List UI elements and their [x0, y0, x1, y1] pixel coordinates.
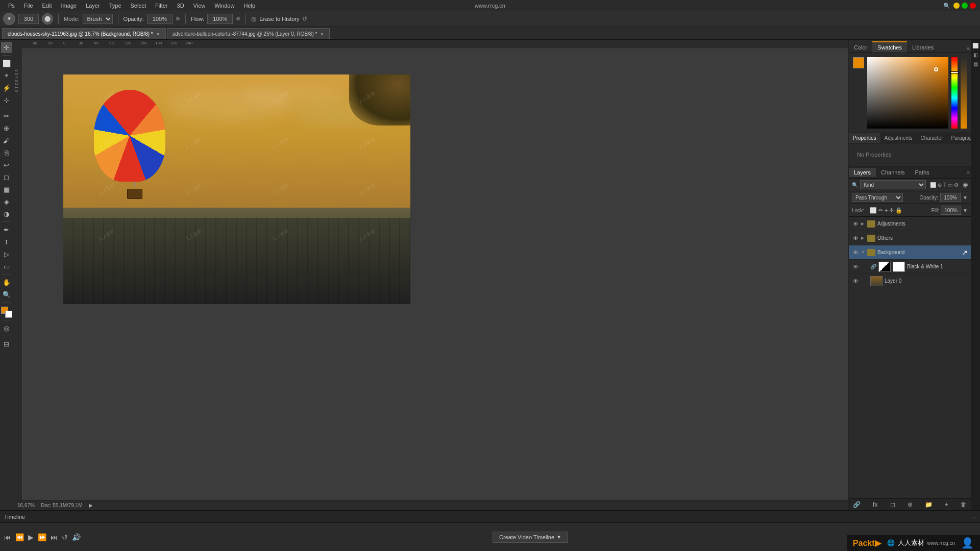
color-gradient-picker[interactable] — [867, 57, 948, 129]
tab1-close[interactable]: ✕ — [156, 32, 160, 37]
timeline-next-frame[interactable]: ⏩ — [38, 533, 46, 541]
color-boxes[interactable] — [1, 307, 12, 318]
visibility-icon-bw1[interactable]: 👁 — [852, 263, 859, 270]
tab-doc2[interactable]: adventure-balloon-colorful-87744.jpg @ 2… — [167, 28, 330, 39]
kind-select[interactable]: Kind — [860, 180, 926, 189]
menu-edit[interactable]: Edit — [38, 2, 56, 10]
tool-preset-picker[interactable]: ▼ — [3, 13, 15, 25]
menu-file[interactable]: File — [20, 2, 37, 10]
hue-slider[interactable] — [951, 57, 958, 129]
marquee-tool[interactable]: ⬜ — [1, 58, 12, 69]
tab-paths[interactable]: Paths — [910, 168, 935, 177]
menu-filter[interactable]: Filter — [151, 2, 172, 10]
move-tool[interactable]: ✛ — [1, 42, 12, 53]
canvas-work-area[interactable]: 人人素材 人人素材 人人素材 人人素材 人人素材 人人素材 人人素材 人人素材 … — [22, 49, 848, 500]
link-icon-bw1[interactable]: 🔗 — [870, 264, 876, 269]
create-timeline-arrow[interactable]: ▼ — [556, 534, 561, 540]
pen-tool[interactable]: ✒ — [1, 224, 12, 235]
lock-pixel-icon[interactable]: ⬜ — [870, 207, 877, 214]
fill-arrow[interactable]: ▼ — [963, 208, 968, 213]
menu-layer[interactable]: Layer — [82, 2, 104, 10]
timeline-go-end[interactable]: ⏭ — [51, 533, 58, 541]
search-icon[interactable]: 🔍 — [943, 3, 950, 9]
filter-toggle[interactable]: ◉ — [963, 181, 968, 188]
lock-move-icon[interactable]: ✛ — [889, 207, 894, 214]
timeline-go-start[interactable]: ⏮ — [4, 533, 11, 541]
filter-pixel-icon[interactable]: ⬜ — [930, 182, 936, 188]
new-group-btn[interactable]: 📁 — [925, 501, 933, 508]
timeline-play[interactable]: ▶ — [28, 533, 34, 541]
opacity-input[interactable] — [147, 14, 173, 24]
brush-preset-picker[interactable]: ⬤ — [42, 13, 53, 24]
opacity-arrow[interactable]: ▼ — [963, 195, 968, 201]
tab-doc1[interactable]: clouds-houses-sky-111963.jpg @ 16,7% (Ba… — [2, 28, 166, 39]
menu-help[interactable]: Help — [239, 2, 259, 10]
erase-settings-icon[interactable]: ↺ — [302, 15, 307, 22]
visibility-icon-background[interactable]: 👁 — [852, 249, 859, 256]
layer-row-background-group[interactable]: 👁 ▼ Background ↗ — [849, 245, 971, 260]
zoom-tool[interactable]: 🔍 — [1, 289, 12, 300]
layer-row-bw1[interactable]: 👁 🔗 Black & White 1 — [849, 260, 971, 274]
brush-size-input[interactable] — [18, 14, 39, 24]
fg-color-preview[interactable] — [853, 57, 864, 68]
visibility-icon-adjustments[interactable]: 👁 — [852, 220, 859, 228]
fill-value-input[interactable] — [941, 206, 961, 215]
clone-tool[interactable]: ⎘ — [1, 147, 12, 158]
eraser-tool[interactable]: ◻ — [1, 171, 12, 183]
lock-position-icon[interactable]: ✏ — [878, 207, 883, 214]
menu-view[interactable]: View — [189, 2, 210, 10]
link-layers-btn[interactable]: 🔗 — [853, 501, 861, 508]
add-style-btn[interactable]: fx — [873, 501, 877, 508]
eyedropper-tool[interactable]: ✏ — [1, 110, 12, 121]
maximize-button[interactable] — [962, 3, 968, 9]
expand-background[interactable]: ▼ — [861, 250, 865, 255]
path-select-tool[interactable]: ▷ — [1, 248, 12, 260]
tab-channels[interactable]: Channels — [876, 168, 910, 177]
lasso-tool[interactable]: ⌖ — [1, 70, 12, 81]
lock-artboard-icon[interactable]: 🔒 — [895, 207, 902, 214]
expand-others[interactable]: ▶ — [861, 236, 865, 240]
filter-text-icon[interactable]: T — [943, 182, 946, 188]
menu-type[interactable]: Type — [105, 2, 126, 10]
filter-adj-icon[interactable]: ⊕ — [938, 182, 942, 188]
opacity-value-input[interactable] — [940, 193, 961, 202]
visibility-icon-others[interactable]: 👁 — [852, 235, 859, 242]
blur-tool[interactable]: ◈ — [1, 196, 12, 207]
gradient-tool[interactable]: ▦ — [1, 184, 12, 195]
new-layer-btn[interactable]: + — [945, 501, 948, 508]
close-button[interactable] — [970, 3, 976, 9]
layer-row-adjustments[interactable]: 👁 ▶ Adjustments — [849, 217, 971, 231]
quick-select-tool[interactable]: ⚡ — [1, 82, 12, 93]
expand-adjustments[interactable]: ▶ — [861, 221, 865, 226]
background-color[interactable] — [5, 311, 12, 318]
color-panel-collapse[interactable]: ≡ — [966, 45, 971, 53]
screen-mode-btn[interactable]: ⊟ — [1, 338, 12, 349]
opacity-settings-icon[interactable]: ⚙ — [176, 16, 180, 21]
menu-window[interactable]: Window — [210, 2, 238, 10]
tab-color[interactable]: Color — [849, 41, 872, 53]
healing-tool[interactable]: ⊕ — [1, 122, 12, 134]
tab-character[interactable]: Character — [917, 133, 947, 143]
lock-all-icon[interactable]: + — [885, 207, 888, 213]
delete-layer-btn[interactable]: 🗑 — [961, 501, 967, 508]
menu-ps[interactable]: Ps — [4, 2, 19, 10]
layer-row-others[interactable]: 👁 ▶ Others — [849, 231, 971, 245]
flow-input[interactable] — [207, 14, 233, 24]
layers-panel-collapse[interactable]: ≡ — [966, 168, 971, 176]
timeline-loop[interactable]: ↺ — [62, 533, 68, 541]
create-video-timeline-btn[interactable]: Create Video Timeline ▼ — [493, 532, 568, 543]
tab-properties[interactable]: Properties — [849, 133, 880, 143]
menu-select[interactable]: Select — [127, 2, 151, 10]
new-adjustment-btn[interactable]: ⊕ — [908, 501, 913, 508]
flow-settings-icon[interactable]: ⚙ — [236, 16, 240, 21]
visibility-icon-layer0[interactable]: 👁 — [852, 278, 859, 285]
text-tool[interactable]: T — [1, 236, 12, 247]
more-info-arrow[interactable]: ▶ — [89, 503, 93, 508]
airbrush-icon[interactable]: ◎ — [251, 15, 256, 22]
panels-toggle-3[interactable]: ▦ — [972, 60, 979, 67]
timeline-collapse-icon[interactable]: – — [972, 513, 976, 520]
filter-shape-icon[interactable]: ▭ — [948, 182, 952, 188]
tab2-close[interactable]: ✕ — [320, 32, 324, 37]
brush-tool[interactable]: 🖌 — [1, 135, 12, 146]
tab-libraries[interactable]: Libraries — [907, 41, 939, 53]
